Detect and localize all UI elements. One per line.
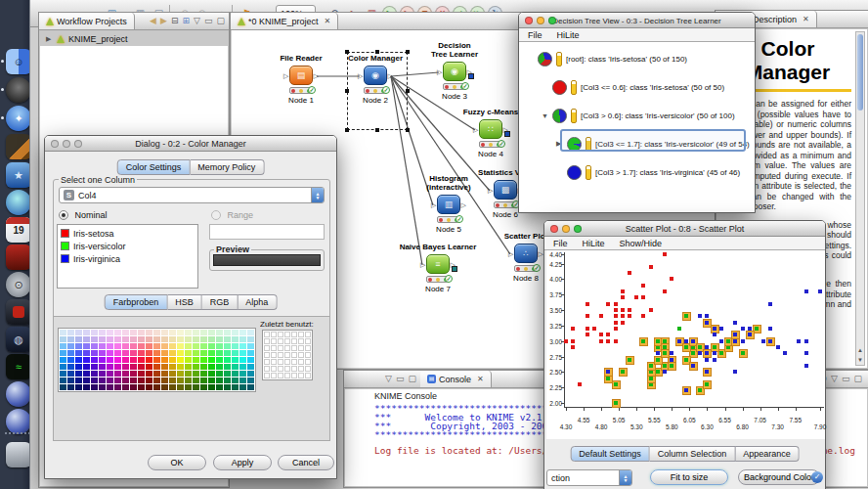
palette-color-cell[interactable] — [138, 330, 145, 335]
data-point-iris-setosa[interactable] — [628, 271, 631, 275]
palette-color-cell[interactable] — [138, 343, 145, 349]
palette-color-cell[interactable] — [169, 330, 176, 335]
palette-color-cell[interactable] — [130, 384, 137, 390]
palette-color-cell[interactable] — [239, 364, 246, 370]
sphere-app-icon-1[interactable] — [6, 381, 31, 407]
data-point-iris-setosa[interactable] — [571, 327, 575, 331]
expander-icon[interactable]: ▼ — [542, 112, 548, 119]
apply-button[interactable]: Apply — [213, 455, 272, 470]
satellite-app-icon[interactable]: ◍ — [6, 327, 31, 352]
palette-color-cell[interactable] — [67, 357, 74, 363]
range-radio[interactable] — [211, 210, 221, 220]
palette-color-cell[interactable] — [99, 384, 106, 390]
data-point-iris-setosa[interactable] — [571, 345, 575, 349]
palette-color-cell[interactable] — [146, 343, 152, 349]
palette-color-cell[interactable] — [75, 371, 82, 377]
data-point-iris-versicolor[interactable] — [741, 351, 745, 355]
palette-color-cell[interactable] — [83, 371, 90, 377]
palette-color-cell[interactable] — [153, 357, 160, 363]
data-point-iris-virginica[interactable] — [748, 327, 752, 331]
data-point-iris-setosa[interactable] — [670, 277, 673, 281]
dialog-title-bar[interactable]: Dialog - 0:2 - Color Manager — [45, 136, 336, 152]
palette-color-cell[interactable] — [91, 336, 98, 342]
data-point-iris-virginica[interactable] — [818, 289, 822, 293]
ok-button[interactable]: OK — [148, 455, 206, 470]
recent-color-cell[interactable] — [264, 332, 270, 337]
data-point-iris-virginica[interactable] — [606, 370, 610, 374]
data-point-iris-setosa[interactable] — [599, 339, 603, 343]
palette-color-cell[interactable] — [153, 336, 160, 342]
collapse-all-icon[interactable]: ⊟ — [171, 15, 179, 27]
palette-color-cell[interactable] — [60, 357, 66, 363]
palette-color-cell[interactable] — [216, 336, 223, 342]
palette-color-cell[interactable] — [169, 343, 176, 349]
data-point-iris-versicolor[interactable] — [663, 364, 667, 368]
palette-color-cell[interactable] — [153, 364, 160, 370]
palette-color-cell[interactable] — [224, 384, 231, 390]
palette-color-cell[interactable] — [122, 384, 129, 390]
dialog-tab-memory-policy[interactable]: Memory Policy — [190, 159, 264, 175]
data-point-iris-virginica[interactable] — [705, 314, 709, 318]
recent-color-cell[interactable] — [278, 366, 283, 372]
palette-color-cell[interactable] — [153, 330, 160, 335]
palette-color-cell[interactable] — [107, 378, 113, 383]
palette-color-cell[interactable] — [224, 364, 231, 370]
palette-color-cell[interactable] — [216, 330, 223, 335]
data-point-iris-virginica[interactable] — [691, 339, 695, 343]
palette-color-cell[interactable] — [153, 343, 160, 349]
palette-color-cell[interactable] — [107, 350, 113, 356]
recent-color-cell[interactable] — [298, 332, 304, 337]
tab-console[interactable]: ▤ Console ✕ — [420, 371, 492, 387]
scrollbar-thumb[interactable] — [857, 34, 863, 111]
column-select[interactable]: S Col4 ▲▼ — [59, 187, 325, 203]
data-point-iris-setosa[interactable] — [663, 252, 667, 256]
palette-color-cell[interactable] — [91, 330, 98, 335]
palette-color-cell[interactable] — [138, 384, 145, 390]
input-port-icon[interactable]: ▷ — [283, 72, 288, 79]
palette-color-cell[interactable] — [185, 371, 192, 377]
palette-color-cell[interactable] — [75, 384, 82, 390]
node-icon[interactable]: ▤ — [289, 66, 313, 85]
palette-color-cell[interactable] — [177, 350, 184, 356]
link-editor-icon[interactable]: ⊞ — [183, 15, 191, 27]
recent-color-cell[interactable] — [271, 366, 277, 372]
data-point-iris-virginica[interactable] — [768, 339, 772, 343]
node-icon[interactable]: ∴ — [514, 244, 538, 263]
palette-color-cell[interactable] — [99, 350, 106, 356]
palette-color-cell[interactable] — [114, 357, 121, 363]
data-point-iris-virginica[interactable] — [741, 339, 745, 343]
data-point-iris-setosa[interactable] — [634, 295, 638, 299]
palette-color-cell[interactable] — [107, 357, 113, 363]
palette-color-cell[interactable] — [200, 384, 207, 390]
node-icon[interactable]: ∷ — [479, 119, 502, 139]
data-point-iris-setosa[interactable] — [571, 339, 575, 343]
palette-color-cell[interactable] — [224, 378, 231, 383]
dvd-player-icon[interactable] — [6, 190, 31, 215]
recent-color-cell[interactable] — [291, 332, 297, 337]
palette-color-cell[interactable] — [177, 378, 184, 383]
palette-color-cell[interactable] — [200, 364, 207, 370]
workflow-node-file-reader[interactable]: File Reader▤▷▷✓Node 1 — [289, 66, 313, 85]
data-point-iris-virginica[interactable] — [656, 351, 660, 355]
palette-color-cell[interactable] — [60, 336, 66, 342]
palette-color-cell[interactable] — [193, 357, 199, 363]
recent-color-cell[interactable] — [305, 332, 311, 337]
palette-color-cell[interactable] — [75, 357, 82, 363]
fit-to-size-button[interactable]: Fit to size — [650, 469, 728, 485]
data-point-iris-virginica[interactable] — [684, 339, 688, 343]
palette-color-cell[interactable] — [200, 371, 207, 377]
palette-color-cell[interactable] — [122, 357, 129, 363]
palette-color-cell[interactable] — [169, 357, 176, 363]
palette-color-cell[interactable] — [239, 343, 246, 349]
selection-handle[interactable] — [375, 128, 379, 132]
photo-app-icon[interactable] — [6, 134, 31, 159]
recent-color-cell[interactable] — [284, 373, 290, 378]
palette-color-cell[interactable] — [161, 384, 168, 390]
palette-color-cell[interactable] — [91, 371, 98, 377]
menu-file[interactable]: File — [553, 239, 568, 248]
combo-stepper-icon[interactable]: ▲▼ — [311, 188, 324, 202]
palette-color-cell[interactable] — [107, 364, 113, 370]
data-point-iris-virginica[interactable] — [713, 327, 716, 331]
recent-color-cell[interactable] — [264, 352, 270, 358]
palette-color-cell[interactable] — [200, 336, 207, 342]
